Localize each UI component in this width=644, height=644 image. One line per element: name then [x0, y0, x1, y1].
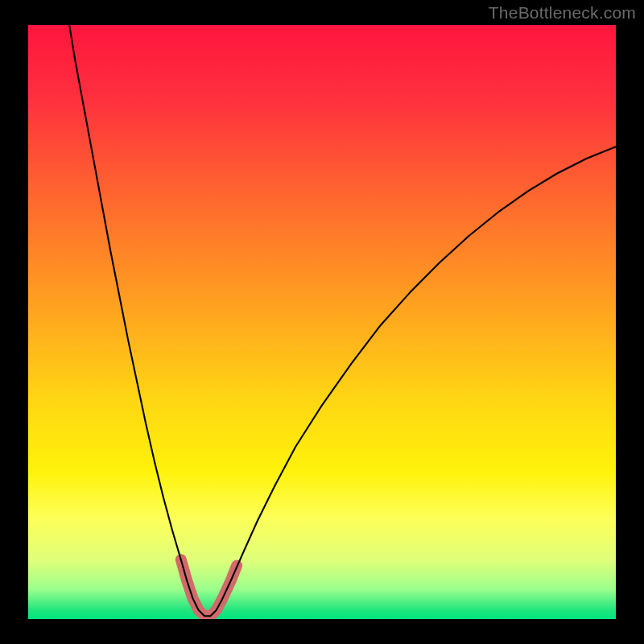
chart-background-gradient [28, 25, 616, 619]
bottleneck-chart [0, 0, 644, 644]
chart-frame: TheBottleneck.com [0, 0, 644, 644]
watermark-text: TheBottleneck.com [489, 3, 636, 23]
